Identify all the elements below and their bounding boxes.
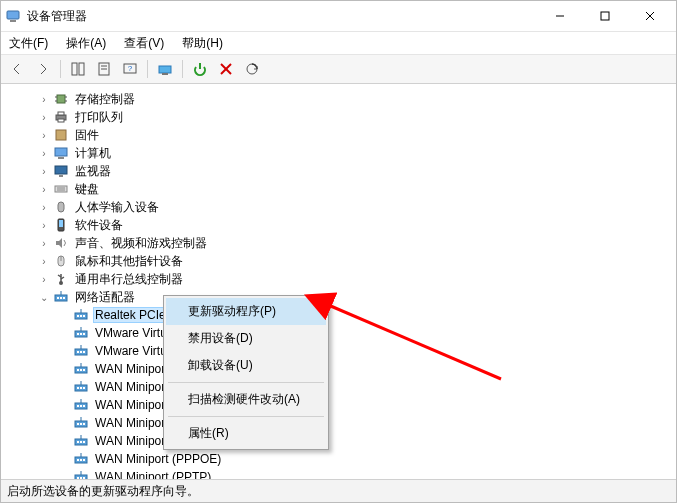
tree-node[interactable]: ›人体学输入设备 (5, 198, 672, 216)
svg-rect-30 (59, 175, 63, 177)
tree-node[interactable]: Realtek PCIe GBE Family Controller (5, 306, 672, 324)
ctx-disable-device[interactable]: 禁用设备(D) (166, 325, 326, 352)
software-icon (53, 217, 69, 233)
svg-rect-49 (83, 315, 85, 317)
mouse-icon (53, 253, 69, 269)
device-tree[interactable]: ›存储控制器›打印队列›固件›计算机›监视器›键盘›人体学输入设备›软件设备›声… (1, 84, 676, 479)
menu-file[interactable]: 文件(F) (5, 33, 52, 54)
svg-rect-26 (56, 130, 66, 140)
svg-rect-93 (80, 477, 82, 479)
ctx-scan-hardware[interactable]: 扫描检测硬件改动(A) (166, 386, 326, 413)
chevron-right-icon[interactable]: › (37, 166, 51, 177)
uninstall-button[interactable] (214, 57, 238, 81)
svg-rect-72 (77, 405, 79, 407)
tree-node-label: WAN Minipor (93, 415, 167, 431)
tree-node[interactable]: ›固件 (5, 126, 672, 144)
svg-rect-64 (83, 369, 85, 371)
svg-rect-94 (83, 477, 85, 479)
printer-icon (53, 109, 69, 125)
properties-button[interactable] (92, 57, 116, 81)
chevron-right-icon[interactable]: › (37, 238, 51, 249)
hid-icon (53, 199, 69, 215)
svg-rect-59 (83, 351, 85, 353)
chevron-right-icon[interactable]: › (37, 130, 51, 141)
svg-rect-77 (77, 423, 79, 425)
tree-node[interactable]: ›打印队列 (5, 108, 672, 126)
tree-node-label: 网络适配器 (73, 288, 137, 307)
chevron-right-icon[interactable]: › (37, 256, 51, 267)
tree-node[interactable]: WAN Minipor (5, 360, 672, 378)
svg-rect-3 (601, 12, 609, 20)
svg-rect-58 (80, 351, 82, 353)
tree-node[interactable]: WAN Miniport (Network Monitor) (5, 432, 672, 450)
tree-node[interactable]: WAN Miniport (PPTP) (5, 468, 672, 479)
chevron-right-icon[interactable]: › (37, 220, 51, 231)
tree-node[interactable]: WAN Minipor (5, 396, 672, 414)
svg-rect-52 (77, 333, 79, 335)
svg-rect-34 (58, 202, 64, 212)
svg-rect-57 (77, 351, 79, 353)
tree-node[interactable]: WAN Miniport (PPPOE) (5, 450, 672, 468)
menu-help[interactable]: 帮助(H) (178, 33, 227, 54)
statusbar: 启动所选设备的更新驱动程序向导。 (1, 479, 676, 502)
menu-action[interactable]: 操作(A) (62, 33, 110, 54)
tree-node[interactable]: ›软件设备 (5, 216, 672, 234)
tree-node-label: VMware Virtu (93, 325, 169, 341)
tree-node-label: WAN Miniport (PPTP) (93, 469, 213, 479)
close-button[interactable] (627, 2, 672, 31)
update-driver-button[interactable] (153, 57, 177, 81)
svg-rect-28 (58, 157, 64, 159)
chevron-down-icon[interactable]: ⌄ (37, 292, 51, 303)
scan-hardware-button[interactable] (240, 57, 264, 81)
ctx-update-driver[interactable]: 更新驱动程序(P) (166, 298, 326, 325)
svg-rect-83 (80, 441, 82, 443)
svg-rect-73 (80, 405, 82, 407)
maximize-button[interactable] (582, 2, 627, 31)
chevron-right-icon[interactable]: › (37, 184, 51, 195)
minimize-button[interactable] (537, 2, 582, 31)
tree-node[interactable]: ›监视器 (5, 162, 672, 180)
tree-node-label: 固件 (73, 126, 101, 145)
svg-rect-44 (63, 297, 65, 299)
tree-node[interactable]: ›存储控制器 (5, 90, 672, 108)
menu-view[interactable]: 查看(V) (120, 33, 168, 54)
nav-forward-button[interactable] (31, 57, 55, 81)
svg-rect-79 (83, 423, 85, 425)
tree-node[interactable]: ›计算机 (5, 144, 672, 162)
tree-node[interactable]: ⌄网络适配器 (5, 288, 672, 306)
chevron-right-icon[interactable]: › (37, 148, 51, 159)
ctx-properties[interactable]: 属性(R) (166, 420, 326, 447)
ctx-uninstall-device[interactable]: 卸载设备(U) (166, 352, 326, 379)
tree-node-label: WAN Minipor (93, 361, 167, 377)
net-icon (73, 397, 89, 413)
svg-rect-43 (60, 297, 62, 299)
svg-rect-92 (77, 477, 79, 479)
chip-icon (53, 91, 69, 107)
svg-rect-0 (7, 11, 19, 19)
tree-node[interactable]: WAN Minipor (5, 378, 672, 396)
show-hide-tree-button[interactable] (66, 57, 90, 81)
svg-rect-68 (80, 387, 82, 389)
svg-rect-36 (59, 220, 63, 227)
firmware-icon (53, 127, 69, 143)
chevron-right-icon[interactable]: › (37, 112, 51, 123)
net-icon (73, 343, 89, 359)
help-button[interactable]: ? (118, 57, 142, 81)
tree-node[interactable]: VMware Virtu (5, 324, 672, 342)
chevron-right-icon[interactable]: › (37, 202, 51, 213)
net-icon (73, 325, 89, 341)
tree-node[interactable]: VMware Virtu (5, 342, 672, 360)
tree-node[interactable]: ›键盘 (5, 180, 672, 198)
enable-button[interactable] (188, 57, 212, 81)
tree-node[interactable]: ›通用串行总线控制器 (5, 270, 672, 288)
chevron-right-icon[interactable]: › (37, 274, 51, 285)
tree-node-label: 计算机 (73, 144, 113, 163)
tree-node[interactable]: ›声音、视频和游戏控制器 (5, 234, 672, 252)
tree-node[interactable]: ›鼠标和其他指针设备 (5, 252, 672, 270)
keyboard-icon (53, 181, 69, 197)
tree-node[interactable]: WAN Minipor (5, 414, 672, 432)
status-text: 启动所选设备的更新驱动程序向导。 (7, 483, 199, 500)
nav-back-button[interactable] (5, 57, 29, 81)
svg-rect-42 (57, 297, 59, 299)
chevron-right-icon[interactable]: › (37, 94, 51, 105)
